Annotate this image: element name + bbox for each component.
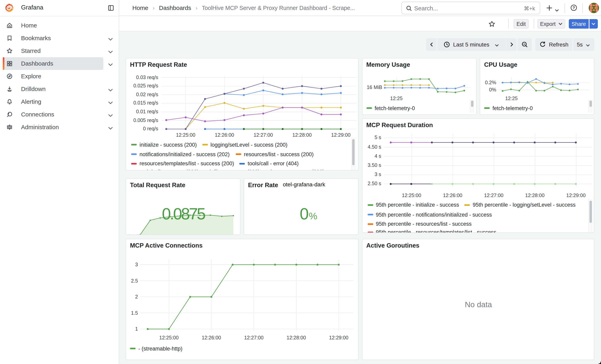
svg-text:?: ?	[572, 5, 575, 10]
